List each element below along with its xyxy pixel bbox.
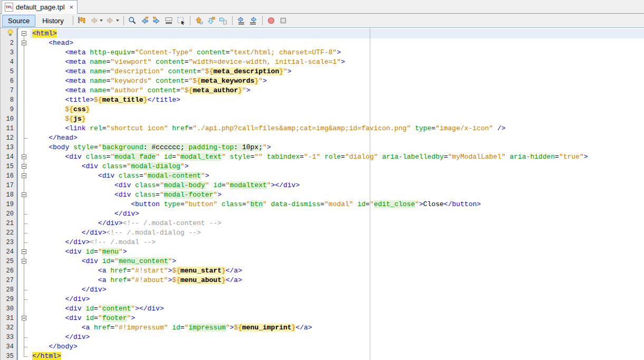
last-edit-location-icon[interactable] [76, 15, 88, 26]
code-text[interactable]: </div> [30, 285, 644, 295]
code-text[interactable]: <div class="modal-body" id="modaltext"><… [30, 181, 644, 190]
history-view-button[interactable]: History [36, 15, 69, 27]
start-macro-recording-icon[interactable] [265, 15, 277, 26]
code-line[interactable]: 31 <div id="footer"> [1, 314, 644, 323]
code-text[interactable]: <head> [30, 38, 644, 48]
code-line[interactable]: 6 <meta name="keywords" content="${meta_… [1, 76, 644, 86]
code-line[interactable]: 26 <a href="#!start">${menu_start}</a> [1, 266, 644, 276]
code-line[interactable]: 33 </div> [1, 333, 644, 342]
code-text[interactable]: <meta http-equiv="Content-Type" content=… [30, 48, 644, 57]
code-line[interactable]: 19 <button type="button" class="btn" dat… [1, 200, 644, 209]
code-text[interactable]: </div> [30, 333, 644, 342]
code-text[interactable]: <div id="content"></div> [30, 304, 644, 314]
code-line[interactable]: 5 <meta name="description" content="${me… [1, 67, 644, 76]
editor-tab[interactable]: TPL default_page.tpl × [2, 0, 78, 14]
code-line[interactable]: 7 <meta name="author" content="${meta_au… [1, 86, 644, 95]
editor-hint-bulb-icon[interactable] [1, 29, 17, 38]
forward-icon[interactable] [104, 15, 117, 26]
find-next-icon[interactable] [151, 15, 163, 26]
code-line[interactable]: 3 <meta http-equiv="Content-Type" conten… [1, 48, 644, 57]
code-line[interactable]: 18 <div class="modal-footer"> [1, 190, 644, 200]
find-previous-icon[interactable] [139, 15, 151, 26]
code-line[interactable]: 13 <body style="background: #cccccc; pad… [1, 143, 644, 152]
code-text[interactable]: </head> [30, 133, 644, 143]
forward-dropdown-icon[interactable] [116, 20, 119, 22]
code-editor[interactable]: <html>2 <head>3 <meta http-equiv="Conten… [1, 28, 644, 360]
fold-toggle-icon[interactable] [22, 164, 26, 169]
code-line[interactable]: 14 <div class="modal fade" id="modal_tex… [1, 152, 644, 162]
code-line[interactable]: 9 ${css} [1, 105, 644, 114]
code-text[interactable]: <body style="background: #cccccc; paddin… [30, 143, 644, 152]
tab-close-icon[interactable]: × [70, 4, 74, 11]
code-text[interactable]: </html> [30, 352, 644, 360]
code-text[interactable]: <a href="#!about">${menu_about}</a> [30, 276, 644, 285]
code-text[interactable]: <html> [30, 29, 644, 38]
code-text[interactable]: </body> [30, 342, 644, 352]
code-text[interactable]: <a href="#!impressum" id="impressum">${m… [30, 323, 644, 333]
code-line[interactable]: 15 <div class="modal-dialog"> [1, 162, 644, 171]
toggle-bookmark-icon[interactable] [217, 15, 229, 26]
code-line[interactable]: 20 </div> [1, 209, 644, 219]
code-line[interactable]: 10 ${js} [1, 114, 644, 124]
code-line[interactable]: 21 </div><!-- /.modal-content --> [1, 219, 644, 228]
code-line[interactable]: 2 <head> [1, 38, 644, 48]
code-text[interactable]: <div id="menu_content"> [30, 257, 644, 266]
fold-toggle-icon[interactable] [22, 249, 26, 254]
code-text[interactable]: <div id="footer"> [30, 314, 644, 323]
code-line[interactable]: 22 </div><!-- /.modal-dialog --> [1, 228, 644, 238]
code-line[interactable]: 12 </head> [1, 133, 644, 143]
code-line[interactable]: 17 <div class="modal-body" id="modaltext… [1, 181, 644, 190]
code-text[interactable]: <button type="button" class="btn" data-d… [30, 200, 644, 209]
code-text[interactable]: <div class="modal-content"> [30, 171, 644, 181]
rectangular-selection-icon[interactable] [175, 15, 187, 26]
code-text[interactable]: <meta name="description" content="${meta… [30, 67, 644, 76]
code-text[interactable]: ${js} [30, 114, 644, 124]
code-text[interactable]: </div><!-- /.modal --> [30, 238, 644, 247]
code-text[interactable]: <meta name="viewport" content="width=dev… [30, 57, 644, 67]
code-line[interactable]: 30 <div id="content"></div> [1, 304, 644, 314]
code-text[interactable]: <a href="#!start">${menu_start}</a> [30, 266, 644, 276]
code-text[interactable]: </div> [30, 295, 644, 304]
code-text[interactable]: <meta name="keywords" content="${meta_ke… [30, 76, 644, 86]
code-line[interactable]: 35</html> [1, 352, 644, 360]
fold-toggle-icon[interactable] [22, 154, 26, 159]
back-dropdown-icon[interactable] [100, 20, 103, 22]
code-text[interactable]: <div class="modal-dialog"> [30, 162, 644, 171]
code-text[interactable]: <div id="menu"> [30, 247, 644, 257]
shift-line-right-icon[interactable] [247, 15, 259, 26]
code-line[interactable]: 34 </body> [1, 342, 644, 352]
find-selection-icon[interactable] [127, 15, 139, 26]
fold-toggle-icon[interactable] [22, 31, 26, 36]
fold-toggle-icon[interactable] [22, 192, 26, 197]
code-text[interactable]: </div><!-- /.modal-dialog --> [30, 228, 644, 238]
shift-line-left-icon[interactable] [235, 15, 247, 26]
code-text[interactable]: <meta name="author" content="${meta_auth… [30, 86, 644, 95]
code-line[interactable]: <html> [1, 29, 644, 38]
code-text[interactable]: ${css} [30, 105, 644, 114]
code-line[interactable]: 27 <a href="#!about">${menu_about}</a> [1, 276, 644, 285]
previous-bookmark-icon[interactable] [193, 15, 205, 26]
code-line[interactable]: 28 </div> [1, 285, 644, 295]
code-line[interactable]: 32 <a href="#!impressum" id="impressum">… [1, 323, 644, 333]
code-text[interactable]: <div class="modal-footer"> [30, 190, 644, 200]
code-text[interactable]: </div><!-- /.modal-content --> [30, 219, 644, 228]
code-text[interactable]: <div class="modal fade" id="modal_text" … [30, 152, 644, 162]
toggle-highlight-icon[interactable] [163, 15, 175, 26]
code-line[interactable]: 4 <meta name="viewport" content="width=d… [1, 57, 644, 67]
code-line[interactable]: 23 </div><!-- /.modal --> [1, 238, 644, 247]
back-icon[interactable] [88, 15, 100, 26]
code-text[interactable]: <title>${meta_title}</title> [30, 95, 644, 105]
code-line[interactable]: 16 <div class="modal-content"> [1, 171, 644, 181]
code-line[interactable]: 8 <title>${meta_title}</title> [1, 95, 644, 105]
next-bookmark-icon[interactable] [205, 15, 217, 26]
source-view-button[interactable]: Source [2, 15, 35, 27]
code-line[interactable]: 29 </div> [1, 295, 644, 304]
fold-toggle-icon[interactable] [22, 173, 26, 178]
stop-macro-recording-icon[interactable] [277, 15, 290, 26]
code-text[interactable]: </div> [30, 209, 644, 219]
code-line[interactable]: 11 <link rel="shortcut icon" href="./api… [1, 124, 644, 133]
fold-toggle-icon[interactable] [22, 316, 26, 320]
code-line[interactable]: 24 <div id="menu"> [1, 247, 644, 257]
code-line[interactable]: 25 <div id="menu_content"> [1, 257, 644, 266]
code-text[interactable]: <link rel="shortcut icon" href="./api.ph… [30, 124, 644, 133]
